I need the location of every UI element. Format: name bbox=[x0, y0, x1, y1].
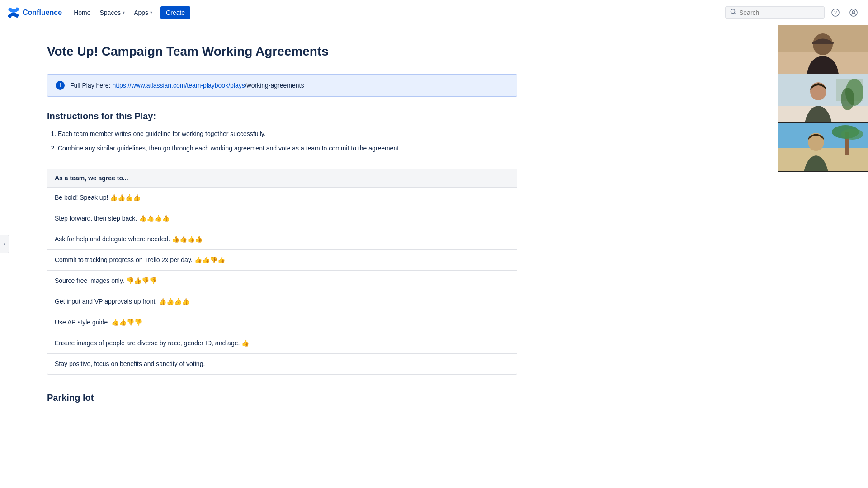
agreement-row: Get input and VP approvals up front. 👍👍👍… bbox=[47, 291, 517, 312]
spaces-label: Spaces bbox=[99, 9, 121, 16]
nav-right: ? bbox=[725, 5, 861, 20]
page-title: Vote Up! Campaign Team Working Agreement… bbox=[47, 43, 517, 60]
agreement-table: As a team, we agree to... Be bold! Speak… bbox=[47, 169, 517, 375]
search-box[interactable] bbox=[725, 6, 825, 19]
nav-home[interactable]: Home bbox=[69, 6, 95, 19]
agreement-row: Ensure images of people are diverse by r… bbox=[47, 333, 517, 354]
agreement-row: Source free images only. 👎👍👎👎 bbox=[47, 271, 517, 291]
video-placeholder-1 bbox=[778, 25, 868, 74]
video-placeholder-2 bbox=[778, 74, 868, 122]
logo-label: Confluence bbox=[23, 9, 62, 17]
main-content: Vote Up! Campaign Team Working Agreement… bbox=[11, 25, 553, 439]
create-button[interactable]: Create bbox=[160, 6, 190, 19]
info-text-before: Full Play here: bbox=[70, 82, 112, 89]
svg-point-20 bbox=[841, 129, 863, 140]
agreement-row: Use AP style guide. 👍👍👎👎 bbox=[47, 312, 517, 333]
search-icon bbox=[730, 9, 736, 16]
svg-line-1 bbox=[735, 13, 736, 15]
confluence-logo[interactable]: Confluence bbox=[7, 6, 62, 19]
instruction-item-2: Combine any similar guidelines, then go … bbox=[58, 143, 517, 154]
sign-in-button[interactable] bbox=[846, 5, 861, 20]
instruction-item-1: Each team member writes one guideline fo… bbox=[58, 129, 517, 140]
home-label: Home bbox=[74, 9, 90, 16]
top-navigation: Confluence Home Spaces ▾ Apps ▾ Create ? bbox=[0, 0, 868, 25]
nav-spaces[interactable]: Spaces ▾ bbox=[95, 6, 129, 19]
info-link[interactable]: https://www.atlassian.com/team-playbook/… bbox=[112, 82, 245, 89]
chevron-right-icon: › bbox=[4, 241, 5, 247]
agreement-row: Ask for help and delegate where needed. … bbox=[47, 229, 517, 250]
parking-lot-title: Parking lot bbox=[47, 393, 517, 403]
sidebar-toggle[interactable]: › bbox=[0, 235, 9, 253]
video-cell-3 bbox=[778, 123, 868, 172]
video-cell-2 bbox=[778, 74, 868, 123]
agreement-row: Be bold! Speak up! 👍👍👍👍 bbox=[47, 188, 517, 208]
agreement-row: Commit to tracking progress on Trello 2x… bbox=[47, 250, 517, 271]
agreement-row: Stay positive, focus on benefits and san… bbox=[47, 354, 517, 374]
video-panel bbox=[778, 25, 868, 172]
info-text: Full Play here: https://www.atlassian.co… bbox=[70, 82, 304, 89]
svg-rect-9 bbox=[812, 42, 834, 44]
svg-point-14 bbox=[841, 88, 854, 110]
svg-text:?: ? bbox=[834, 10, 837, 15]
info-icon: i bbox=[56, 81, 65, 90]
video-cell-1 bbox=[778, 25, 868, 74]
svg-point-5 bbox=[853, 10, 855, 13]
help-button[interactable]: ? bbox=[828, 5, 843, 20]
agreement-header: As a team, we agree to... bbox=[47, 169, 517, 188]
instructions-title: Instructions for this Play: bbox=[47, 111, 517, 122]
info-text-after: /working-agreements bbox=[245, 82, 304, 89]
nav-apps[interactable]: Apps ▾ bbox=[129, 6, 157, 19]
spaces-chevron-icon: ▾ bbox=[123, 10, 125, 15]
agreement-row: Step forward, then step back. 👍👍👍👍 bbox=[47, 208, 517, 229]
instructions-list: Each team member writes one guideline fo… bbox=[47, 129, 517, 154]
search-input[interactable] bbox=[739, 9, 820, 16]
video-placeholder-3 bbox=[778, 123, 868, 171]
info-panel: i Full Play here: https://www.atlassian.… bbox=[47, 74, 517, 97]
apps-label: Apps bbox=[134, 9, 148, 16]
apps-chevron-icon: ▾ bbox=[150, 10, 152, 15]
